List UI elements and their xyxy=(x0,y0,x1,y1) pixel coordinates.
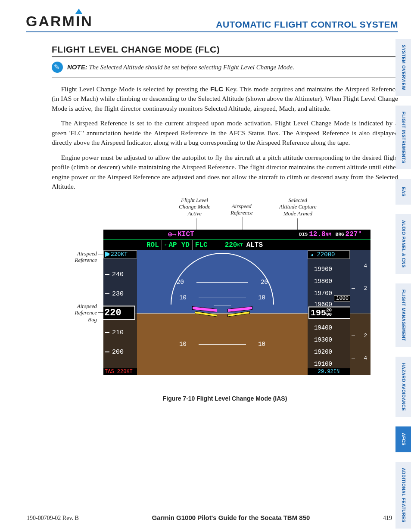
waypoint-id: KICT xyxy=(177,230,194,238)
pitch-20-l: 20 xyxy=(177,279,184,286)
callout-flc-active: Flight LevelChange ModeActive xyxy=(179,197,210,217)
footer-docnum: 190-00709-02 Rev. B xyxy=(27,515,79,522)
tab-system-overview[interactable]: SYSTEM OVERVIEW xyxy=(395,39,411,96)
afcs-status-bar: ROL ←AP YD FLC 220 KT ALTS xyxy=(103,240,371,250)
pitch-10b-l: 10 xyxy=(179,341,187,348)
alt-tick: 19800 xyxy=(314,278,332,285)
callout-asi-ref-top: AirspeedReference xyxy=(230,203,252,216)
page-header: GARMIN AUTOMATIC FLIGHT CONTROL SYSTEM xyxy=(26,13,398,32)
yd-annunciation: YD xyxy=(181,241,190,249)
alt-tick: 19400 xyxy=(314,324,332,331)
direct-to-icon: ⊕→ xyxy=(168,230,176,239)
note-label: NOTE: xyxy=(67,63,87,71)
true-airspeed: TAS 220KT xyxy=(103,368,137,375)
airspeed-tape: 220KT 240 230 220 210 200 TAS 220KT xyxy=(103,250,137,375)
callout-asi-bug-left: AirspeedReferenceBug xyxy=(54,303,97,323)
pitch-10-l: 10 xyxy=(179,294,187,301)
brg-label: BRG xyxy=(336,232,344,237)
chapter-title: AUTOMATIC FLIGHT CONTROL SYSTEM xyxy=(216,19,398,30)
selected-altitude: ◄ 22000 xyxy=(308,250,350,259)
callout-alt-capture: SelectedAltitude CaptureMode Armed xyxy=(279,197,317,217)
figure-7-10: Flight LevelChange ModeActive AirspeedRe… xyxy=(52,199,398,402)
note-text: NOTE: The Selected Altitude should be se… xyxy=(67,63,294,71)
asi-reference-box: 220KT xyxy=(103,250,137,258)
vsi-tick: 4 xyxy=(364,355,367,361)
alt-tick: 19700 xyxy=(314,290,332,297)
bug-icon xyxy=(105,252,109,257)
tab-eas[interactable]: EAS xyxy=(395,179,411,205)
note-body: The Selected Altitude should be set befo… xyxy=(89,64,294,71)
note-pencil-icon xyxy=(52,62,63,73)
page-number: 419 xyxy=(383,515,392,522)
logo-triangle-icon xyxy=(75,9,82,14)
garmin-logo: GARMIN xyxy=(26,13,93,30)
asi-tick: 200 xyxy=(112,348,124,356)
pitch-10-r: 10 xyxy=(258,294,265,301)
pfd-screenshot: ⊕→ KICT DIS 12.8 NM BRG 227° ROL ←AP YD xyxy=(103,230,371,375)
pfd-main: 220KT 240 230 220 210 200 TAS 220KT 20 2… xyxy=(103,250,371,375)
alt-tick: 19100 xyxy=(314,361,332,367)
alt-tick: 19300 xyxy=(314,336,332,343)
vsi-tick: 2 xyxy=(364,286,367,292)
alt-tick: 19200 xyxy=(314,348,332,355)
asi-tick: 210 xyxy=(112,329,124,336)
ap-annunciation: ←AP xyxy=(165,241,177,249)
pitch-20-r: 20 xyxy=(261,279,268,286)
altitude-tape: ◄ 22000 19900 19800 19700 19600 1000 195… xyxy=(308,250,350,375)
airspeed-ref-value: 220 xyxy=(225,241,237,249)
vertical-mode-flc: FLC xyxy=(195,241,208,249)
vsi-tick: 2 xyxy=(364,333,367,339)
alt-tick: 19900 xyxy=(314,266,332,273)
paragraph-1: Flight Level Change Mode is selected by … xyxy=(52,84,398,113)
dis-label: DIS xyxy=(299,232,308,237)
armed-mode-alts: ALTS xyxy=(246,241,263,249)
vsi-tick: 4 xyxy=(364,263,367,269)
page-footer: 190-00709-02 Rev. B Garmin G1000 Pilot's… xyxy=(27,514,392,522)
paragraph-3: Engine power must be adjusted to allow t… xyxy=(52,153,398,192)
p1a: Flight Level Change Mode is selected by … xyxy=(61,85,210,93)
note-block: NOTE: The Selected Altitude should be se… xyxy=(52,62,398,78)
tab-additional-features[interactable]: ADDITIONAL FEATURES xyxy=(395,462,411,529)
tab-afcs[interactable]: AFCS xyxy=(395,426,411,452)
asi-tick: 240 xyxy=(112,271,124,278)
dis-value: 12.8 xyxy=(309,230,325,238)
tab-flight-instruments[interactable]: FLIGHT INSTRUMENTS xyxy=(395,106,411,169)
tab-hazard-avoidance[interactable]: HAZARD AVOIDANCE xyxy=(395,357,411,417)
current-airspeed: 220 xyxy=(103,305,135,320)
alt-1000-bug: 1000 xyxy=(334,295,350,302)
vsi-tape: 4 2 2 4 xyxy=(350,250,371,375)
section-heading: FLIGHT LEVEL CHANGE MODE (FLC) xyxy=(52,44,398,57)
baro-setting: 29.92IN xyxy=(308,368,350,375)
footer-title: Garmin G1000 Pilot's Guide for the Socat… xyxy=(152,514,310,521)
dis-unit: NM xyxy=(326,232,331,237)
tab-flight-management[interactable]: FLIGHT MANAGEMENT xyxy=(395,283,411,347)
pitch-10b-r: 10 xyxy=(258,341,265,348)
figure-caption: Figure 7-10 Flight Level Change Mode (IA… xyxy=(52,395,398,402)
side-tabs: SYSTEM OVERVIEW FLIGHT INSTRUMENTS EAS A… xyxy=(395,39,411,532)
attitude-indicator: 20 20 10 10 10 10 xyxy=(137,250,308,375)
brg-value: 227° xyxy=(346,230,362,238)
paragraph-2: The Airspeed Reference is set to the cur… xyxy=(52,118,398,147)
flc-key: FLC xyxy=(210,85,223,93)
asi-tick: 230 xyxy=(112,290,124,298)
callout-asi-ref-left: AirspeedReference xyxy=(54,250,97,264)
lateral-mode: ROL xyxy=(146,241,159,249)
current-altitude: 195 2000 xyxy=(308,306,350,319)
nav-status-bar: ⊕→ KICT DIS 12.8 NM BRG 227° xyxy=(103,230,371,240)
airspeed-ref-unit: KT xyxy=(237,243,243,248)
logo-text: GARMIN xyxy=(26,13,93,29)
tab-audio-panel-cns[interactable]: AUDIO PANEL & CNS xyxy=(395,214,411,274)
